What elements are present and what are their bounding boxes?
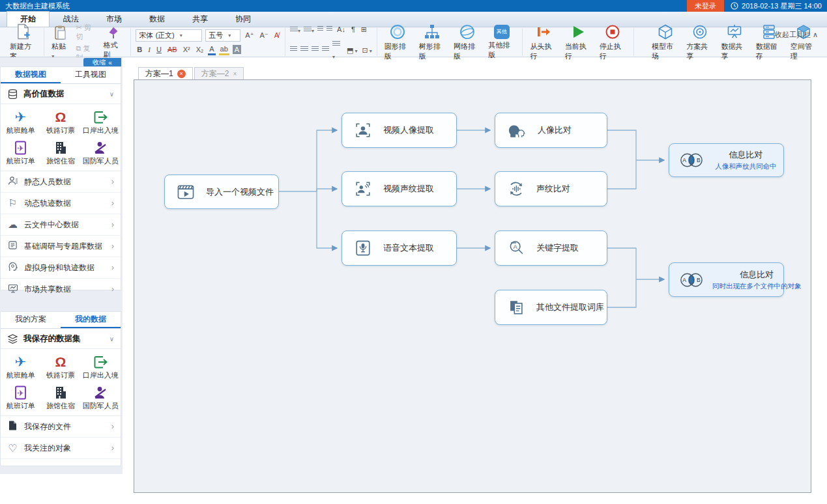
shading-button[interactable]: A <box>233 45 241 54</box>
tree-layout-button[interactable]: 树形排版 <box>416 23 448 61</box>
node-voiceprint-compare[interactable]: 声纹比对 <box>495 171 607 206</box>
dataset-hotel-stay[interactable]: 旅馆住宿 <box>40 137 80 168</box>
dataset-flight-order[interactable]: ✈ 航班订单 <box>1 382 40 413</box>
borders-button[interactable]: ⊞ <box>360 25 368 34</box>
node-info-compare-2[interactable]: AB 信息比对 同时出现在多个文件中的对象 <box>669 262 784 297</box>
fill-color-button[interactable]: ⬒▾ <box>345 44 357 55</box>
dataset-border-entry[interactable]: 口岸出入境 <box>81 107 121 137</box>
chevron-down-icon[interactable]: ∨ <box>109 91 114 98</box>
node-title: 信息比对 <box>729 149 763 161</box>
align-center-icon[interactable] <box>300 46 308 52</box>
align-justify-icon[interactable] <box>322 46 329 52</box>
menu-tab-data[interactable]: 数据 <box>136 11 179 27</box>
run-from-start-button[interactable]: 从头执行 <box>527 23 559 61</box>
dataset-flight-manifest[interactable]: ✈ 航班舱单 <box>1 107 40 137</box>
category-cloud-file-center[interactable]: ☁ 云文件中心数据 › <box>1 214 121 236</box>
category-static-personnel[interactable]: 静态人员数据 › <box>1 171 121 193</box>
highlight-button[interactable]: ab <box>219 44 229 55</box>
node-title: 信息比对 <box>740 269 774 281</box>
subscript-button[interactable]: X₂ <box>195 45 205 54</box>
sidebar-collapse-button[interactable]: 收缩 « <box>83 58 121 67</box>
my-followed-objects[interactable]: ♡ 我关注的对象 › <box>1 438 121 459</box>
network-layout-button[interactable]: 网络排版 <box>451 23 483 61</box>
font-family-select[interactable]: 宋体 (正文)▾ <box>136 29 202 42</box>
dataset-rail-ticket[interactable]: Ω 铁路订票 <box>40 107 80 137</box>
node-other-files-lexicon[interactable]: 其他文件提取词库 <box>495 290 607 325</box>
category-dynamic-trajectory[interactable]: ⚐ 动态轨迹数据 › <box>1 193 121 214</box>
tab-plan-1[interactable]: 方案—1 × <box>138 67 193 80</box>
saved-datasets-header[interactable]: 我保存的数据集 ∨ <box>1 329 121 349</box>
tab-my-data[interactable]: 我的数据 <box>61 312 121 328</box>
paste-button[interactable]: 粘贴 ▾ <box>49 25 72 59</box>
close-icon[interactable]: × <box>233 70 237 77</box>
node-keyword-extract[interactable]: A 关键字提取 <box>495 231 607 266</box>
toolbar-group-paragraph: ▾ ▾ A↓ ¶ ⊞ ▾ ⬒▾ ⊡▾ <box>285 28 377 56</box>
flow-canvas[interactable]: 导入一个视频文件 视频人像提取 视频声纹提取 语音文本提取 人像 <box>134 79 811 493</box>
border-entry-icon <box>93 109 108 125</box>
chevron-down-icon[interactable]: ∨ <box>109 335 114 343</box>
align-left-icon[interactable] <box>290 46 297 52</box>
strikethrough-button[interactable]: AB <box>166 45 179 54</box>
dataset-border-entry[interactable]: 口岸出入境 <box>81 352 121 382</box>
menu-tab-collab[interactable]: 协同 <box>222 11 265 27</box>
node-face-compare[interactable]: 人像比对 <box>495 113 607 148</box>
node-speech-text-extract[interactable]: 语音文本提取 <box>341 231 457 266</box>
category-market-shared[interactable]: 市场共享数据 › <box>1 279 121 300</box>
model-market-button[interactable]: 模型市场 <box>649 23 681 61</box>
number-list-button[interactable]: ▾ <box>304 23 314 35</box>
shrink-font-button[interactable]: A⁻ <box>259 31 270 40</box>
cut-button[interactable]: ✂ 剪切 <box>75 23 98 41</box>
category-basic-research[interactable]: 基础调研与专题库数据 › <box>1 236 121 257</box>
align-right-icon[interactable] <box>312 46 319 52</box>
run-current-button[interactable]: 当前执行 <box>562 23 594 61</box>
node-video-voiceprint-extract[interactable]: 视频声纹提取 <box>341 171 457 206</box>
node-import-video[interactable]: 导入一个视频文件 <box>164 175 279 209</box>
dataset-hotel-stay[interactable]: 旅馆住宿 <box>40 382 80 413</box>
font-color-button[interactable]: A <box>208 44 215 55</box>
dataset-military-personnel[interactable]: 国防军人员 <box>81 137 121 168</box>
clear-format-button[interactable]: A̸ <box>273 31 280 40</box>
new-plan-button[interactable]: 新建方案 <box>7 23 39 61</box>
italic-button[interactable]: I <box>147 45 152 54</box>
tab-my-plans[interactable]: 我的方案 <box>1 312 61 328</box>
grow-font-button[interactable]: A⁺ <box>244 31 255 40</box>
sort-button[interactable]: A↓ <box>336 25 347 34</box>
data-retention-button[interactable]: 数据留存 <box>753 23 785 61</box>
plan-share-button[interactable]: 方案共享 <box>684 23 716 61</box>
circle-layout-button[interactable]: 圆形排版 <box>382 23 414 61</box>
dataset-flight-manifest[interactable]: ✈ 航班舱单 <box>1 352 40 382</box>
table-border-button[interactable]: ⊡▾ <box>360 44 371 55</box>
underline-button[interactable]: U <box>155 45 163 54</box>
collapse-toolbar-button[interactable]: 收起工具栏 ∧ <box>775 30 818 40</box>
data-share-button[interactable]: 数据共享 <box>718 23 750 61</box>
bullet-list-button[interactable]: ▾ <box>290 23 300 35</box>
space-management-button[interactable]: 空间管理 <box>788 23 820 61</box>
login-status-badge[interactable]: 未登录 <box>687 0 724 12</box>
high-value-data-header[interactable]: 高价值数据 ∨ <box>1 84 121 104</box>
dataset-rail-ticket[interactable]: Ω 铁路订票 <box>40 352 80 382</box>
node-subtitle: 人像和声纹共同命中 <box>715 162 777 171</box>
bold-button[interactable]: B <box>136 45 143 54</box>
video-file-icon <box>175 182 196 203</box>
other-layout-button[interactable]: 其他 其他排版 <box>486 25 517 60</box>
node-video-face-extract[interactable]: 视频人像提取 <box>341 113 457 148</box>
dataset-military-personnel[interactable]: 国防军人员 <box>81 382 121 413</box>
category-virtual-identity[interactable]: 虚拟身份和轨迹数据 › <box>1 257 121 279</box>
line-spacing-button[interactable]: ▾ <box>332 38 342 61</box>
tab-data-view[interactable]: 数据视图 <box>1 67 61 83</box>
font-size-select[interactable]: 五号▾ <box>205 29 240 42</box>
indent-icon[interactable] <box>326 26 332 32</box>
outdent-icon[interactable] <box>317 26 323 32</box>
dataset-flight-order[interactable]: ✈ 航班订单 <box>1 137 40 168</box>
menu-tab-share[interactable]: 共享 <box>179 11 222 27</box>
tab-plan-2[interactable]: 方案—2 × <box>194 67 244 80</box>
close-icon[interactable]: × <box>177 70 186 78</box>
stop-run-icon <box>604 23 621 40</box>
show-marks-button[interactable]: ¶ <box>350 25 356 34</box>
node-info-compare-1[interactable]: AB 信息比对 人像和声纹共同命中 <box>669 143 784 177</box>
stop-run-button[interactable]: 停止执行 <box>597 23 629 61</box>
superscript-button[interactable]: X² <box>182 45 192 54</box>
my-saved-files[interactable]: 我保存的文件 › <box>1 416 121 438</box>
format-painter-button[interactable]: 格式刷 <box>100 25 126 60</box>
tab-tool-view[interactable]: 工具视图 <box>61 67 121 83</box>
